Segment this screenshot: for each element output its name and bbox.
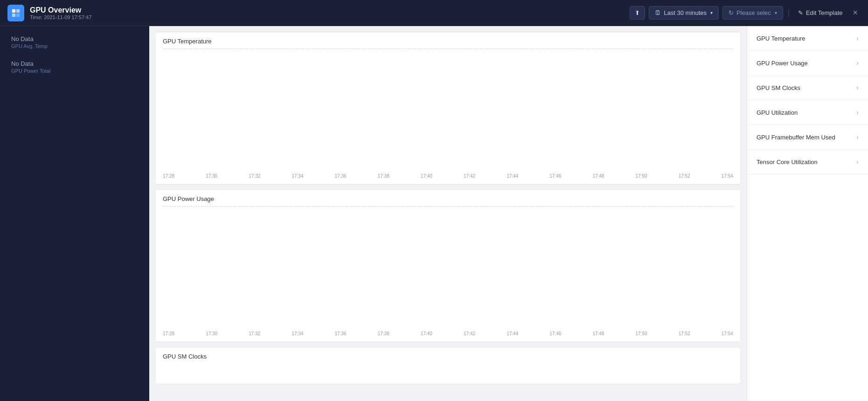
refresh-icon: ↻ [729, 9, 734, 16]
x-label: 17:52 [679, 173, 690, 179]
upload-button[interactable]: ⬆ [630, 6, 645, 20]
panel-item-gpu-power-usage[interactable]: GPU Power Usage › [747, 51, 868, 76]
panel-item-label: GPU SM Clocks [757, 84, 800, 91]
chevron-right-icon: › [856, 133, 859, 141]
svg-rect-1 [16, 9, 20, 12]
select-button[interactable]: ↻ Please selec ▾ [722, 6, 783, 20]
panel-item-gpu-temperature[interactable]: GPU Temperature › [747, 26, 868, 51]
chart-body-gpu-power-usage [155, 206, 741, 327]
chart-gpu-sm-clocks: GPU SM Clocks [155, 347, 741, 384]
chevron-right-icon: › [856, 35, 859, 42]
x-label: 17:38 [378, 173, 389, 179]
select-placeholder: Please selec [736, 9, 771, 16]
x-label: 17:50 [636, 331, 647, 336]
pencil-icon: ✎ [798, 9, 803, 16]
stat-label-gpu-avg-temp: GPU Avg. Temp [11, 43, 138, 49]
x-label: 17:48 [592, 173, 604, 179]
svg-rect-3 [16, 13, 20, 16]
app-logo [7, 5, 24, 21]
chart-title-gpu-temperature: GPU Temperature [155, 38, 741, 48]
page-title: GPU Overview [30, 6, 91, 14]
chevron-right-icon: › [856, 109, 859, 116]
panel-item-label: Tensor Core Utilization [757, 159, 818, 166]
stat-gpu-power-total: No Data GPU Power Total [11, 60, 138, 74]
panel-item-label: GPU Power Usage [757, 60, 808, 67]
chart-x-axis-temperature: 17:28 17:30 17:32 17:34 17:36 17:38 17:4… [155, 170, 741, 184]
x-label: 17:46 [549, 173, 561, 179]
x-label: 17:30 [206, 173, 217, 179]
x-label: 17:34 [292, 173, 303, 179]
x-label: 17:44 [507, 331, 518, 336]
close-button[interactable]: × [850, 5, 861, 21]
x-label: 17:52 [679, 331, 690, 336]
x-label: 17:34 [292, 331, 303, 336]
x-label: 17:32 [249, 173, 260, 179]
close-icon: × [853, 8, 858, 18]
stat-value-gpu-avg-temp: No Data [11, 35, 138, 42]
stat-value-gpu-power-total: No Data [11, 60, 138, 67]
x-label: 17:38 [378, 331, 389, 336]
edit-template-label: Edit Template [806, 9, 843, 16]
right-panel: GPU Temperature › GPU Power Usage › GPU … [747, 26, 868, 401]
chart-title-gpu-sm-clocks: GPU SM Clocks [155, 353, 741, 364]
x-label: 17:46 [549, 331, 561, 336]
x-label: 17:30 [206, 331, 217, 336]
x-label: 17:32 [249, 331, 260, 336]
x-label: 17:42 [464, 331, 475, 336]
x-label: 17:50 [636, 173, 647, 179]
x-label: 17:28 [163, 331, 174, 336]
panel-item-label: GPU Temperature [757, 35, 806, 42]
chart-dashed-line [163, 48, 733, 49]
panel-item-label: GPU Framebuffer Mem Used [757, 134, 835, 141]
svg-rect-2 [12, 13, 15, 16]
x-label: 17:48 [592, 331, 604, 336]
main-layout: No Data GPU Avg. Temp No Data GPU Power … [0, 26, 868, 401]
time-range-label: Last 30 minutes [664, 9, 707, 16]
calendar-icon: 🗓 [655, 9, 661, 16]
chevron-right-icon: › [856, 84, 859, 91]
x-label: 17:36 [335, 173, 347, 179]
upload-icon: ⬆ [635, 9, 640, 16]
chevron-right-icon: › [856, 59, 859, 67]
panel-item-gpu-framebuffer-mem-used[interactable]: GPU Framebuffer Mem Used › [747, 125, 868, 150]
charts-area: GPU Temperature 17:28 17:30 17:32 17:34 … [149, 26, 747, 401]
x-label: 17:40 [421, 173, 432, 179]
chart-x-axis-power: 17:28 17:30 17:32 17:34 17:36 17:38 17:4… [155, 327, 741, 342]
stat-gpu-avg-temp: No Data GPU Avg. Temp [11, 35, 138, 49]
x-label: 17:36 [335, 331, 347, 336]
header-controls: ⬆ 🗓 Last 30 minutes ▾ ↻ Please selec ▾ |… [630, 5, 861, 21]
panel-item-tensor-core-utilization[interactable]: Tensor Core Utilization › [747, 150, 868, 174]
x-label: 17:42 [464, 173, 475, 179]
page-subtitle: Time: 2021-11-09 17:57:47 [30, 14, 91, 20]
panel-item-label: GPU Utilization [757, 109, 798, 116]
svg-rect-0 [12, 9, 15, 12]
x-label: 17:44 [507, 173, 518, 179]
time-range-button[interactable]: 🗓 Last 30 minutes ▾ [649, 6, 719, 20]
chevron-right-icon: › [856, 158, 859, 166]
chart-body-gpu-temperature [155, 48, 741, 170]
x-label: 17:54 [722, 173, 733, 179]
panel-item-gpu-utilization[interactable]: GPU Utilization › [747, 100, 868, 125]
chart-title-gpu-power-usage: GPU Power Usage [155, 195, 741, 206]
chart-gpu-temperature: GPU Temperature 17:28 17:30 17:32 17:34 … [155, 32, 741, 185]
left-sidebar: No Data GPU Avg. Temp No Data GPU Power … [0, 26, 149, 401]
header: GPU Overview Time: 2021-11-09 17:57:47 ⬆… [0, 0, 868, 26]
chart-gpu-power-usage: GPU Power Usage 17:28 17:30 17:32 17:34 … [155, 189, 741, 342]
chart-dashed-line [163, 206, 733, 207]
x-label: 17:40 [421, 331, 432, 336]
chevron-down-icon-select: ▾ [775, 10, 777, 15]
panel-item-gpu-sm-clocks[interactable]: GPU SM Clocks › [747, 76, 868, 100]
stat-label-gpu-power-total: GPU Power Total [11, 68, 138, 74]
x-label: 17:54 [722, 331, 733, 336]
chevron-down-icon: ▾ [710, 10, 713, 15]
x-label: 17:28 [163, 173, 174, 179]
title-group: GPU Overview Time: 2021-11-09 17:57:47 [30, 6, 91, 20]
edit-template-button[interactable]: ✎ Edit Template [794, 7, 847, 19]
